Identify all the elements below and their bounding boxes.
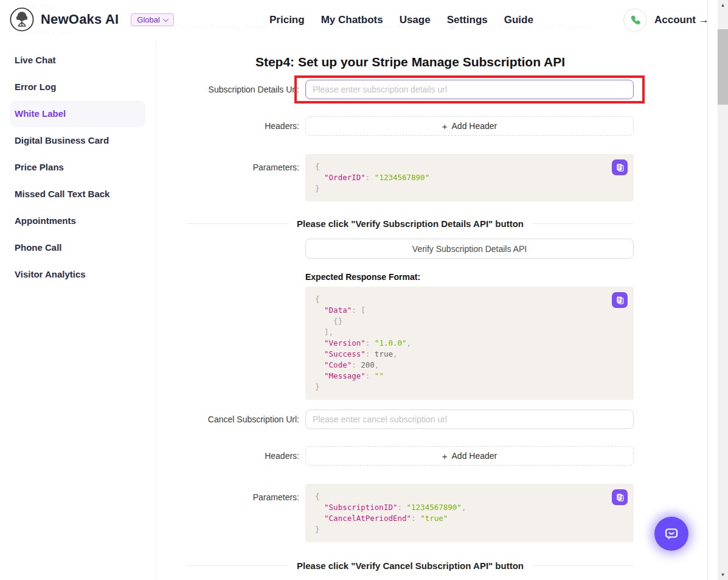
copy-icon [615,163,625,172]
avatar [623,9,647,32]
sidebar-item-appointments[interactable]: Appointments [10,208,145,234]
sidebar-item-phone-call[interactable]: Phone Call [10,234,145,261]
divider-line [187,565,288,566]
sidebar-item-missed-call-text-back[interactable]: Missed Call Text Back [10,181,145,208]
main-content: Step4: Set up your Stripe Manage Subscri… [156,40,707,580]
sidebar-item-visitor-analytics[interactable]: Visitor Analytics [10,261,145,288]
page-title: Step4: Set up your Stripe Manage Subscri… [187,53,634,71]
divider-verify-cancel: Please click "Verify Cancel Subscription… [187,561,634,571]
cancel-subscription-label: Cancel Subscription Url: [187,414,299,424]
phone-icon [629,14,641,26]
headers-label: Headers: [187,451,299,461]
parameters-row-2: Parameters: { "SubscriptionID": "1234567… [187,484,634,542]
divider-text: Please click "Verify Subscription Detail… [297,218,524,229]
divider-line [532,223,634,224]
nav-item-usage[interactable]: Usage [400,14,431,26]
add-header-button[interactable]: + Add Header [305,116,634,136]
cancel-subscription-row: Cancel Subscription Url: [187,410,634,429]
plus-icon: + [442,451,448,461]
content-edge-divider [707,0,708,580]
parameters-code-block: { "SubscriptionID": "1234567890", "Cance… [305,484,634,542]
add-header-label: Add Header [452,451,497,461]
account-menu[interactable]: Account → [623,0,709,40]
copy-icon [615,296,625,305]
chat-widget-button[interactable] [654,517,688,551]
copy-button[interactable] [612,159,628,175]
chat-bubble-icon [662,524,681,543]
headers-label: Headers: [187,121,299,131]
parameters-row-1: Parameters: { "OrderID": "1234567890"} [187,154,634,201]
nav-item-my-chatbots[interactable]: My Chatbots [321,14,383,26]
cancel-subscription-url-input[interactable] [305,410,634,429]
nav-item-pricing[interactable]: Pricing [269,14,305,26]
divider-line [187,223,288,224]
subscription-details-label: Subscription Details Url: [187,85,299,94]
nav-item-settings[interactable]: Settings [447,14,488,26]
parameters-code-block: { "OrderID": "1234567890"} [305,154,634,201]
expected-response-code-block: { "Data": [ {} ], "Version": "1.0.0", "S… [305,287,634,400]
settings-sidebar: Live Chat Error Log White Label Digital … [0,40,156,580]
chevron-down-icon [162,16,168,22]
arrow-right-icon: → [699,14,709,26]
region-selector-label: Global [137,15,160,24]
verify-subscription-details-button[interactable]: Verify Subscription Details API [305,239,634,259]
scrollbar[interactable]: ▲ ▼ [718,0,728,580]
sidebar-item-digital-business-card[interactable]: Digital Business Card [10,127,145,154]
headers-row-2: Headers: + Add Header [187,446,634,466]
sidebar-item-white-label[interactable]: White Label [10,100,145,127]
sidebar-item-error-log[interactable]: Error Log [10,74,145,100]
headers-row-1: Headers: + Add Header [187,116,634,136]
expected-response-label: Expected Response Format: [305,272,634,282]
account-text: Account [654,14,696,26]
plus-icon: + [442,121,448,131]
newoaks-tree-logo-icon [9,7,35,32]
main-nav: Pricing My Chatbots Usage Settings Guide [269,0,533,40]
divider-line [532,565,634,566]
brand[interactable]: NewOaks AI Global [9,7,174,32]
scroll-up-arrow-icon[interactable]: ▲ [718,0,728,10]
parameters-label: Parameters: [187,154,299,172]
subscription-details-row: Subscription Details Url: [187,80,634,99]
subscription-details-url-input[interactable] [305,80,634,99]
parameters-label: Parameters: [187,484,299,502]
sidebar-item-price-plans[interactable]: Price Plans [10,154,145,181]
sidebar-item-live-chat[interactable]: Live Chat [10,47,145,74]
divider-text: Please click "Verify Cancel Subscription… [297,561,524,571]
region-selector[interactable]: Global [131,13,174,26]
add-header-label: Add Header [452,121,497,131]
copy-button[interactable] [612,292,628,308]
scroll-down-arrow-icon[interactable]: ▼ [718,570,728,580]
scrollbar-thumb[interactable] [718,29,728,105]
brand-name: NewOaks AI [41,12,119,27]
copy-icon [615,493,625,502]
divider-verify-subscription: Please click "Verify Subscription Detail… [187,218,634,229]
copy-button[interactable] [612,489,628,505]
add-header-button[interactable]: + Add Header [305,446,634,466]
account-label: Account → [654,14,709,26]
app-screen: Road map Webhooks API Payment Gateway Sw… [0,0,728,580]
nav-item-guide[interactable]: Guide [504,14,533,26]
top-header: NewOaks AI Global Pricing My Chatbots Us… [0,0,707,40]
